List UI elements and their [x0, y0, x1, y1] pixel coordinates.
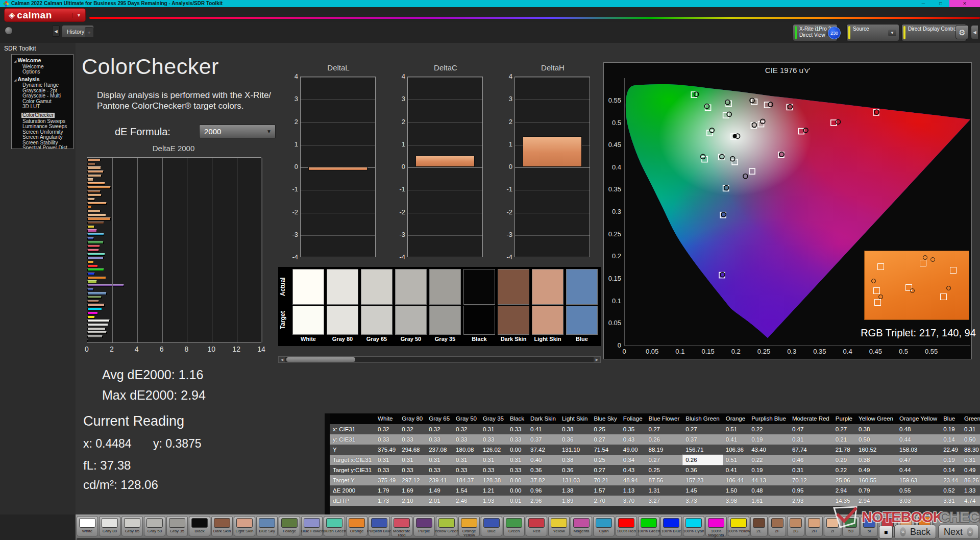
table-cell[interactable]: 0.27	[682, 424, 722, 434]
table-cell[interactable]: 0.27	[591, 465, 620, 475]
table-cell[interactable]: 0.33	[426, 434, 453, 445]
table-cell[interactable]: 0.27	[646, 455, 683, 465]
sequence-patch-foliage[interactable]: Foliage	[279, 516, 300, 536]
table-cell[interactable]: 37.82	[527, 475, 559, 485]
table-cell[interactable]: 1.33	[961, 485, 980, 496]
sidebar-item-colorchecker[interactable]: ColorChecker	[21, 113, 55, 118]
table-cell[interactable]: 49.00	[620, 445, 646, 455]
table-cell[interactable]: 2.01	[426, 496, 453, 506]
table-cell[interactable]: 0.37	[682, 434, 722, 445]
table-cell[interactable]: 0.41	[723, 434, 748, 445]
table-cell[interactable]: 1.79	[375, 485, 399, 496]
sequence-patch-100-yellow[interactable]: 100% Yellow	[728, 516, 749, 536]
table-cell[interactable]: 0.32	[399, 424, 426, 434]
table-cell[interactable]: 0.31	[961, 424, 980, 434]
table-cell[interactable]: 1.89	[559, 496, 591, 506]
sequence-patch-gray-80[interactable]: Gray 80	[99, 516, 120, 536]
table-cell[interactable]: 0.43	[620, 465, 646, 475]
table-cell[interactable]: 0.48	[748, 485, 789, 496]
table-cell[interactable]: 0.52	[940, 485, 961, 496]
table-cell[interactable]: 1.13	[620, 485, 646, 496]
table-cell[interactable]: 1.93	[480, 496, 507, 506]
table-cell[interactable]: 0.14	[940, 434, 961, 445]
table-cell[interactable]: 184.37	[453, 475, 480, 485]
table-cell[interactable]: 1.31	[646, 485, 683, 496]
sidebar-item-options[interactable]: Options	[22, 69, 73, 75]
table-cell[interactable]: 1.69	[399, 485, 426, 496]
table-cell[interactable]: 43.40	[748, 445, 789, 455]
table-cell[interactable]: 1.21	[480, 485, 507, 496]
table-cell[interactable]: 106.36	[723, 445, 748, 455]
table-cell[interactable]: 0.33	[399, 434, 426, 445]
table-cell[interactable]: 0.79	[855, 485, 896, 496]
table-cell[interactable]: 126.02	[480, 445, 507, 455]
table-cell[interactable]: 131.03	[559, 475, 591, 485]
table-cell[interactable]: 0.41	[527, 424, 559, 434]
sequence-patch-2h[interactable]: 2H	[805, 516, 823, 536]
table-cell[interactable]: 2.94	[855, 496, 896, 506]
sequence-patch-magenta[interactable]: Magenta	[571, 516, 592, 536]
table-cell[interactable]: 2.46	[453, 496, 480, 506]
table-cell[interactable]: 375.49	[375, 445, 399, 455]
table-cell[interactable]: 0.33	[375, 434, 399, 445]
stop-button[interactable]: ■	[879, 526, 893, 538]
table-cell[interactable]: 0.51	[723, 455, 748, 465]
sequence-patch-yellow-green[interactable]: Yellow Green	[436, 516, 457, 536]
table-cell[interactable]: 0.36	[559, 465, 591, 475]
table-cell[interactable]: 156.71	[682, 445, 722, 455]
tree-expander-icon[interactable]: ◢	[14, 78, 16, 82]
table-cell[interactable]: 3.70	[620, 496, 646, 506]
sidebar-item-luminance-sweeps[interactable]: Luminance Sweeps	[22, 124, 73, 130]
sidebar-item-grayscale-multi[interactable]: Grayscale - Multi	[22, 93, 73, 99]
sidebar-item-3d-lut[interactable]: 3D LUT	[22, 104, 73, 110]
table-cell[interactable]: 0.25	[591, 455, 620, 465]
sequence-patch-purplish-blue[interactable]: Purplish Blue	[369, 516, 390, 536]
table-cell[interactable]: 70.21	[591, 475, 620, 485]
maximize-button[interactable]: □	[932, 0, 949, 7]
table-cell[interactable]: 1.73	[375, 496, 399, 506]
add-tab-button[interactable]: +	[85, 27, 93, 37]
table-cell[interactable]: 0.31	[480, 424, 507, 434]
table-cell[interactable]: 0.31	[789, 465, 832, 475]
table-cell[interactable]: 0.33	[507, 434, 527, 445]
sequence-patch-2e[interactable]: 2E	[750, 516, 768, 536]
sidebar-item-screen-angularity[interactable]: Screen Angularity	[22, 135, 73, 140]
table-cell[interactable]: 0.33	[507, 424, 527, 434]
table-cell[interactable]: 88.30	[961, 445, 980, 455]
gear-icon[interactable]: ⚙	[955, 25, 969, 39]
table-cell[interactable]: 0.21	[832, 434, 855, 445]
table-cell[interactable]: 297.12	[399, 475, 426, 485]
table-cell[interactable]: 0.49	[855, 465, 896, 475]
sequence-patch-blue[interactable]: Blue	[481, 516, 502, 536]
table-cell[interactable]: 0.22	[832, 465, 855, 475]
table-cell[interactable]: 237.08	[426, 445, 453, 455]
table-cell[interactable]: 0.33	[399, 465, 426, 475]
table-cell[interactable]: 0.50	[961, 434, 980, 445]
close-button[interactable]: ✕	[949, 0, 980, 7]
table-cell[interactable]: 159.63	[896, 475, 940, 485]
table-cell[interactable]: 44.13	[748, 475, 789, 485]
table-cell[interactable]: 0.33	[480, 434, 507, 445]
table-cell[interactable]: 0.38	[559, 424, 591, 434]
table-cell[interactable]: 0.27	[832, 424, 855, 434]
sequence-patch-gray-35[interactable]: Gray 35	[166, 516, 188, 536]
source-selector[interactable]: Source ▼	[846, 24, 899, 41]
table-cell[interactable]: 2.10	[399, 496, 426, 506]
table-cell[interactable]: 1.38	[559, 485, 591, 496]
table-cell[interactable]: 0.14	[940, 465, 961, 475]
minimize-button[interactable]: ─	[915, 0, 932, 7]
table-cell[interactable]: 0.46	[789, 455, 832, 465]
table-cell[interactable]: 3.73	[682, 496, 722, 506]
table-cell[interactable]: 0.31	[453, 455, 480, 465]
sequence-patch-dark-skin[interactable]: Dark Skin	[211, 516, 233, 536]
table-cell[interactable]: 67.74	[789, 445, 832, 455]
sequence-patch-bluish-green[interactable]: Bluish Green	[324, 516, 345, 536]
table-cell[interactable]: 0.32	[375, 424, 399, 434]
sequence-patch-orange-yellow[interactable]: Orange Yellow	[458, 516, 480, 536]
table-cell[interactable]: 0.31	[480, 455, 507, 465]
table-cell[interactable]: 0.40	[527, 455, 559, 465]
table-cell[interactable]: 131.10	[559, 445, 591, 455]
table-cell[interactable]: 0.43	[620, 434, 646, 445]
table-cell[interactable]: 3.27	[646, 496, 683, 506]
table-cell[interactable]: 0.32	[453, 424, 480, 434]
